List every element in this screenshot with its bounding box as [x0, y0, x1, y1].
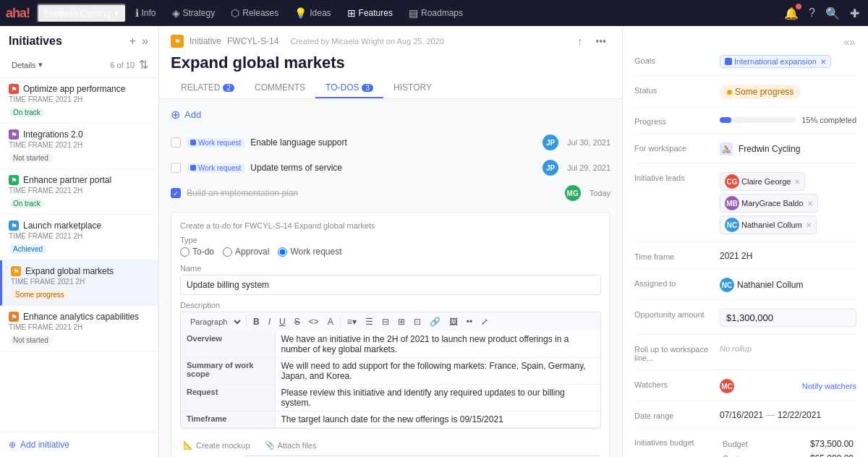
text-color-button[interactable]: A	[324, 315, 337, 328]
search-button[interactable]: 🔍	[822, 4, 843, 23]
tab-comments[interactable]: COMMENTS	[244, 78, 315, 98]
radio-work-request-label: Work request	[290, 247, 341, 257]
workspace-chip: 🚴 Fredwin Cycling	[720, 142, 800, 155]
indent-button[interactable]: ⊞	[394, 315, 409, 328]
workspace-field-label: For workspace	[634, 142, 714, 153]
paragraph-selector[interactable]: Paragraph	[184, 315, 243, 328]
nav-tab-strategy-label: Strategy	[183, 8, 216, 18]
sidebar-item-5[interactable]: ⚑ Expand global markets TIME FRAME 2021 …	[0, 260, 158, 306]
initiative-item-name: Optimize app performance	[23, 84, 125, 94]
table-button[interactable]: ⊡	[410, 315, 425, 328]
initiative-created-info: Created by Micaela Wright on Aug 25, 202…	[290, 37, 444, 46]
export-button[interactable]: ↑	[573, 33, 587, 49]
help-button[interactable]: ?	[806, 4, 818, 22]
date-start: 07/16/2021	[720, 410, 763, 420]
opportunity-input[interactable]	[720, 309, 856, 327]
nav-tab-features[interactable]: ⊞ Features	[340, 4, 400, 22]
code-button[interactable]: <>	[305, 315, 323, 328]
notify-watchers-link[interactable]: Notify watchers	[802, 382, 856, 390]
radio-todo[interactable]: To-do	[180, 247, 214, 257]
table-row: OverviewWe have an initiative in the 2H …	[181, 331, 600, 358]
releases-icon: ⬡	[231, 7, 239, 19]
tab-to-dos[interactable]: TO-DOS 3	[315, 78, 383, 98]
link-button[interactable]: 🔗	[426, 315, 444, 328]
underline-button[interactable]: U	[276, 315, 289, 328]
add-initiative-button[interactable]: ⊕ Add initiative	[0, 432, 158, 457]
app-logo: aha!	[6, 6, 30, 21]
details-filter-button[interactable]: Details ▾	[9, 59, 46, 71]
goals-value: International expansion ✕	[720, 55, 856, 68]
notifications-button[interactable]: 🔔	[781, 4, 801, 23]
radio-work-request-input[interactable]	[278, 247, 287, 257]
progress-text: 15% completed	[801, 116, 856, 124]
more-options-button[interactable]: •••	[591, 33, 610, 49]
todo-checkbox-1[interactable]	[171, 137, 181, 148]
progress-label: Progress	[634, 116, 714, 126]
tab-history[interactable]: HISTORY	[383, 78, 442, 98]
name-input[interactable]	[180, 275, 601, 295]
main-layout: Initiatives + » Details ▾ 6 of 10 ⇅ ⚑ Op…	[0, 26, 868, 457]
strikethrough-button[interactable]: S	[291, 315, 304, 328]
name-label: Name	[180, 264, 601, 273]
todo-checkbox-3[interactable]: ✓	[171, 188, 181, 198]
budget-field-row: Initiatives budget Budget$73,500.00Cost$…	[634, 437, 856, 457]
numbered-list-button[interactable]: ⊟	[378, 315, 393, 328]
radio-work-request[interactable]: Work request	[278, 247, 341, 257]
initiative-icon: ⚑	[11, 266, 21, 276]
tab-related[interactable]: RELATED 2	[171, 78, 244, 98]
bold-button[interactable]: B	[250, 315, 263, 328]
tab-label-comments: COMMENTS	[255, 82, 305, 93]
initiative-title: Expand global markets	[171, 54, 610, 72]
more-format-button[interactable]: ••	[463, 315, 476, 328]
sidebar-item-6[interactable]: ⚑ Enhance analytics capabilities TIME FR…	[0, 306, 158, 351]
add-todo-button[interactable]: ⊕ Add	[171, 108, 610, 121]
bullet-list-button[interactable]: ☰	[362, 315, 377, 328]
nav-tab-strategy[interactable]: ◈ Strategy	[165, 4, 223, 22]
sidebar-item-4[interactable]: ⚑ Launch marketplace TIME FRAME 2021 2H …	[0, 215, 158, 260]
nav-tab-ideas[interactable]: 💡 Ideas	[287, 4, 338, 22]
lead-chip-close[interactable]: ✕	[806, 221, 812, 229]
sidebar-sort-button[interactable]: ⇅	[137, 56, 150, 73]
sidebar-item-3[interactable]: ⚑ Enhance partner portal TIME FRAME 2021…	[0, 169, 158, 215]
collapse-sidebar-button[interactable]: »	[140, 33, 150, 49]
goals-tag-close[interactable]: ✕	[820, 58, 826, 66]
radio-todo-input[interactable]	[180, 247, 190, 257]
nav-tab-info[interactable]: ℹ Info	[128, 4, 163, 22]
todo-text-3: Build an implementation plan	[187, 188, 559, 198]
sidebar-item-2[interactable]: ⚑ Integrations 2.0 TIME FRAME 2021 2H No…	[0, 124, 158, 169]
todo-date-1: Jul 30, 2021	[567, 138, 610, 147]
nav-tab-roadmaps[interactable]: ▤ Roadmaps	[401, 4, 470, 22]
fullscreen-button[interactable]: ⤢	[477, 315, 492, 328]
sidebar-header: Initiatives + »	[0, 26, 158, 54]
top-navigation: aha! Fredwin Cycling ▾ ℹ Info ◈ Strategy…	[0, 0, 868, 26]
attach-files-button[interactable]: 📎 Attach files	[262, 439, 320, 451]
timeframe-value: 2021 2H	[55, 187, 82, 195]
progress-value: 15% completed	[720, 116, 856, 124]
nav-tab-releases[interactable]: ⬡ Releases	[224, 4, 286, 22]
type-field: Type To-do Approval Work request	[180, 236, 601, 257]
lead-chip-close[interactable]: ✕	[794, 178, 800, 186]
radio-approval-input[interactable]	[223, 247, 232, 257]
collapse-panel-button[interactable]: «»	[842, 35, 856, 49]
leads-field-row: Initiative leads CG Claire George ✕ MB M…	[634, 172, 856, 242]
progress-fill	[720, 117, 731, 123]
radio-approval[interactable]: Approval	[223, 247, 269, 257]
progress-bar	[720, 117, 796, 123]
workspace-selector[interactable]: Fredwin Cycling ▾	[37, 4, 126, 23]
todo-checkbox-2[interactable]	[171, 163, 181, 173]
initiative-item-name: Integrations 2.0	[23, 129, 83, 140]
status-pill[interactable]: Some progress	[720, 85, 801, 99]
align-button[interactable]: ≡▾	[344, 315, 360, 328]
create-mockup-button[interactable]: 📐 Create mockup	[180, 439, 253, 451]
italic-button[interactable]: I	[265, 315, 274, 328]
status-badge: On track	[9, 108, 45, 117]
lead-chip-close[interactable]: ✕	[807, 200, 813, 208]
add-initiative-icon-button[interactable]: +	[128, 33, 137, 49]
add-button[interactable]: ✚	[847, 4, 862, 23]
initiative-item-name: Enhance partner portal	[23, 175, 111, 185]
todo-type-badge: Work request	[187, 163, 244, 173]
goals-label: Goals	[634, 55, 714, 65]
sidebar-item-1[interactable]: ⚑ Optimize app performance TIME FRAME 20…	[0, 78, 158, 124]
initiative-tabs: RELATED 2COMMENTSTO-DOS 3HISTORY	[171, 78, 610, 98]
image-button[interactable]: 🖼	[446, 315, 461, 328]
